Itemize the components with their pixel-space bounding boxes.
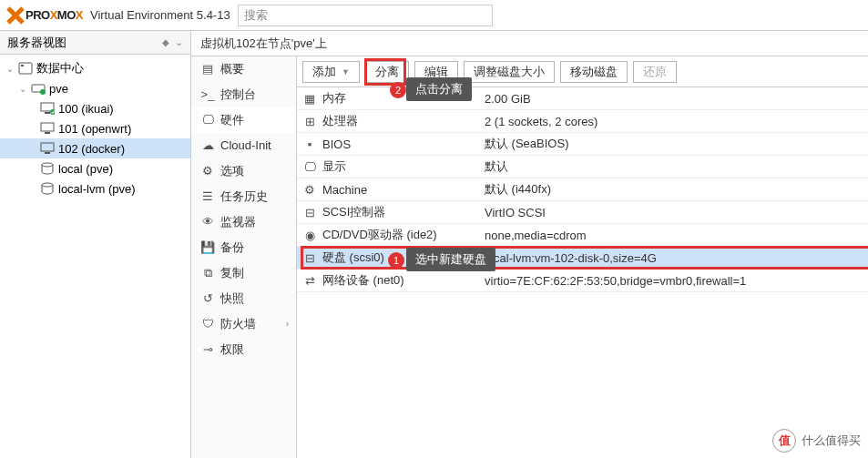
disk-icon: ⊟ xyxy=(297,251,322,265)
storage-icon xyxy=(38,162,56,175)
display-icon: 🖵 xyxy=(297,160,322,174)
version-label: Virtual Environment 5.4-13 xyxy=(90,8,230,22)
network-icon: ⇄ xyxy=(297,274,322,288)
hw-row-machine[interactable]: ⚙Machine默认 (i440fx) xyxy=(297,178,868,201)
svg-point-11 xyxy=(42,163,53,167)
shield-icon: 🛡 xyxy=(199,317,217,331)
content-panel: 虚拟机102在节点'pve'上 ▤概要 >_控制台 🖵硬件 ☁Cloud-Ini… xyxy=(191,31,868,458)
nav-cloudinit[interactable]: ☁Cloud-Init xyxy=(191,133,296,158)
vm-icon xyxy=(38,142,56,155)
nav-monitor[interactable]: 👁监视器 xyxy=(191,209,296,235)
svg-point-12 xyxy=(42,183,53,187)
add-button[interactable]: 添加▼ xyxy=(302,61,360,83)
sort-icon: ◆ xyxy=(162,37,169,47)
collapse-icon[interactable]: ⌄ xyxy=(16,84,29,94)
resource-tree: ⌄ 数据中心 ⌄ pve 100 (ikuai) 101 (openwrt) 1… xyxy=(0,55,190,202)
tree-node-pve[interactable]: ⌄ pve xyxy=(0,78,190,98)
key-icon: ⊸ xyxy=(199,342,217,356)
svg-rect-5 xyxy=(45,112,50,114)
collapse-icon[interactable]: ⌄ xyxy=(4,64,16,74)
memory-icon: ▦ xyxy=(297,92,322,106)
search-input[interactable]: 搜索 xyxy=(238,5,493,26)
watermark-icon: 值 xyxy=(772,429,796,453)
terminal-icon: >_ xyxy=(199,87,217,101)
svg-point-3 xyxy=(40,89,46,95)
gear-icon: ⚙ xyxy=(199,164,217,178)
tree-vm-101[interactable]: 101 (openwrt) xyxy=(0,118,190,138)
sub-nav: ▤概要 >_控制台 🖵硬件 ☁Cloud-Init ⚙选项 ☰任务历史 👁监视器… xyxy=(191,56,297,458)
svg-rect-9 xyxy=(41,143,54,151)
restore-button: 还原 xyxy=(633,61,677,83)
copy-icon: ⧉ xyxy=(199,266,217,280)
save-icon: 💾 xyxy=(199,240,217,254)
chevron-down-icon[interactable]: ⌄ xyxy=(175,36,183,48)
svg-rect-1 xyxy=(21,65,24,66)
svg-rect-7 xyxy=(41,123,54,131)
hw-row-cpu[interactable]: ⊞处理器2 (1 sockets, 2 cores) xyxy=(297,110,868,133)
tree-datacenter[interactable]: ⌄ 数据中心 xyxy=(0,58,190,78)
hardware-table: ▦内存2.00 GiB ⊞处理器2 (1 sockets, 2 cores) ▪… xyxy=(297,87,868,458)
detach-button[interactable]: 分离 xyxy=(365,61,409,83)
hw-row-disk[interactable]: ⊟硬盘 (scsi0)local-lvm:vm-102-disk-0,size=… xyxy=(297,247,868,270)
server-icon xyxy=(16,62,35,75)
view-selector[interactable]: 服务器视图 ◆ ⌄ xyxy=(0,31,190,55)
eye-icon: 👁 xyxy=(199,215,217,229)
breadcrumb: 虚拟机102在节点'pve'上 xyxy=(191,31,868,56)
drive-icon: ⊟ xyxy=(297,206,322,219)
cd-icon: ◉ xyxy=(297,229,322,242)
annotation-tooltip-2: 点击分离 xyxy=(406,77,472,101)
nav-firewall[interactable]: 🛡防火墙› xyxy=(191,311,296,337)
hw-row-cd[interactable]: ◉CD/DVD驱动器 (ide2)none,media=cdrom xyxy=(297,224,868,247)
book-icon: ▤ xyxy=(199,62,217,76)
hw-row-bios[interactable]: ▪BIOS默认 (SeaBIOS) xyxy=(297,133,868,156)
main-panel: 添加▼ 分离 编辑 调整磁盘大小 移动磁盘 还原 ▦内存2.00 GiB ⊞处理… xyxy=(297,56,868,458)
nav-permissions[interactable]: ⊸权限 xyxy=(191,337,296,362)
annotation-badge-1: 1 xyxy=(388,252,404,269)
tree-vm-100[interactable]: 100 (ikuai) xyxy=(0,98,190,118)
hw-row-display[interactable]: 🖵显示默认 xyxy=(297,156,868,178)
nav-console[interactable]: >_控制台 xyxy=(191,82,296,107)
nav-options[interactable]: ⚙选项 xyxy=(191,158,296,184)
logo-x-icon xyxy=(5,5,26,25)
tree-storage-locallvm[interactable]: local-lvm (pve) xyxy=(0,178,190,198)
annotation-badge-2: 2 xyxy=(390,82,406,98)
tree-storage-local[interactable]: local (pve) xyxy=(0,158,190,178)
logo: PROXMOX xyxy=(5,5,83,25)
chip-icon: ▪ xyxy=(297,137,322,151)
cpu-icon: ⊞ xyxy=(297,115,322,128)
monitor-icon: 🖵 xyxy=(199,113,217,127)
nav-summary[interactable]: ▤概要 xyxy=(191,56,296,82)
vm-icon xyxy=(38,102,56,115)
watermark: 值 什么值得买 xyxy=(772,429,861,453)
hw-row-scsi[interactable]: ⊟SCSI控制器VirtIO SCSI xyxy=(297,201,868,224)
storage-icon xyxy=(38,182,56,195)
hw-row-memory[interactable]: ▦内存2.00 GiB xyxy=(297,87,868,110)
nav-snapshot[interactable]: ↺快照 xyxy=(191,286,296,311)
move-button[interactable]: 移动磁盘 xyxy=(560,61,628,83)
left-panel: 服务器视图 ◆ ⌄ ⌄ 数据中心 ⌄ pve 100 (ikuai) 101 (… xyxy=(0,31,191,458)
hw-row-net[interactable]: ⇄网络设备 (net0)virtio=7E:CF:62:2F:53:50,bri… xyxy=(297,270,868,292)
svg-rect-8 xyxy=(45,132,50,134)
node-icon xyxy=(29,82,47,95)
annotation-tooltip-1: 选中新建硬盘 xyxy=(406,248,495,271)
nav-taskhistory[interactable]: ☰任务历史 xyxy=(191,184,296,209)
header: PROXMOX Virtual Environment 5.4-13 搜索 xyxy=(0,0,868,31)
list-icon: ☰ xyxy=(199,189,217,203)
machine-icon: ⚙ xyxy=(297,183,322,197)
chevron-right-icon: › xyxy=(286,319,289,329)
resize-button[interactable]: 调整磁盘大小 xyxy=(464,61,555,83)
cloud-icon: ☁ xyxy=(199,138,217,152)
vm-icon xyxy=(38,122,56,135)
tree-vm-102[interactable]: 102 (docker) xyxy=(0,138,190,158)
nav-hardware[interactable]: 🖵硬件 xyxy=(191,107,296,133)
nav-replication[interactable]: ⧉复制 xyxy=(191,260,296,286)
caret-down-icon: ▼ xyxy=(342,67,350,76)
history-icon: ↺ xyxy=(199,291,217,305)
toolbar: 添加▼ 分离 编辑 调整磁盘大小 移动磁盘 还原 xyxy=(297,56,868,87)
svg-rect-0 xyxy=(19,63,32,74)
svg-rect-10 xyxy=(45,152,50,154)
nav-backup[interactable]: 💾备份 xyxy=(191,235,296,260)
